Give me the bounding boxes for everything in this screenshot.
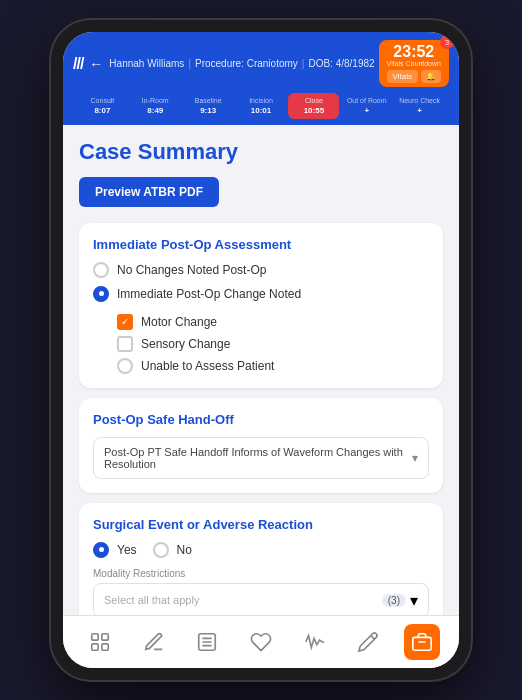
immediate-assessment-card: Immediate Post-Op Assessment No Changes … — [79, 223, 443, 388]
no-changes-radio[interactable] — [93, 262, 109, 278]
neurocheck-label: Neuro Check — [396, 97, 443, 105]
nav-heart[interactable] — [243, 624, 279, 660]
bell-icon[interactable]: 🔔 — [421, 70, 441, 83]
bottom-nav — [63, 615, 459, 668]
patient-name: Hannah Williams — [109, 58, 184, 69]
incision-time: 10:01 — [238, 106, 285, 115]
nav-pen[interactable] — [350, 624, 386, 660]
inroom-label: In-Room — [132, 97, 179, 105]
header: /// ← Hannah Williams | Procedure: Crani… — [63, 32, 459, 125]
no-option[interactable]: No — [153, 542, 192, 558]
adverse-title: Surgical Event or Adverse Reaction — [93, 517, 429, 532]
timeline-consult[interactable]: Consult 8:07 — [77, 93, 128, 118]
motor-change-option[interactable]: ✓ Motor Change — [117, 314, 429, 330]
adverse-card: Surgical Event or Adverse Reaction Yes N… — [79, 503, 443, 615]
page-title: Case Summary — [79, 139, 443, 165]
immediate-assessment-title: Immediate Post-Op Assessment — [93, 237, 429, 252]
inroom-time: 8:49 — [132, 106, 179, 115]
main-content: Case Summary Preview ATBR PDF Immediate … — [63, 125, 459, 615]
nav-wave[interactable] — [297, 624, 333, 660]
neurocheck-time: + — [396, 106, 443, 115]
consult-time: 8:07 — [79, 106, 126, 115]
no-label: No — [177, 543, 192, 557]
sub-options-group: ✓ Motor Change Sensory Change Unable to … — [117, 314, 429, 374]
header-left: /// ← Hannah Williams | Procedure: Crani… — [73, 55, 375, 73]
timeline-incision[interactable]: Incision 10:01 — [236, 93, 287, 118]
nav-grid[interactable] — [82, 624, 118, 660]
svg-rect-0 — [92, 634, 98, 640]
incision-label: Incision — [238, 97, 285, 105]
yes-radio[interactable] — [93, 542, 109, 558]
badge-count: (3) — [382, 594, 406, 607]
timeline-inroom[interactable]: In-Room 8:49 — [130, 93, 181, 118]
baseline-label: Baseline — [185, 97, 232, 105]
unable-assess-label: Unable to Assess Patient — [141, 359, 274, 373]
nav-list[interactable] — [189, 624, 225, 660]
outofroom-label: Out of Room — [343, 97, 390, 105]
nav-briefcase[interactable] — [404, 624, 440, 660]
select-placeholder: Select all that apply — [104, 594, 199, 606]
countdown-time: 23:52 — [387, 44, 441, 60]
back-arrow-icon[interactable]: ← — [89, 56, 103, 72]
svg-rect-3 — [102, 644, 108, 650]
immediate-change-option[interactable]: Immediate Post-Op Change Noted — [93, 286, 429, 302]
yes-label: Yes — [117, 543, 137, 557]
select-badge: (3) ▾ — [382, 591, 418, 610]
dropdown-arrow-icon: ▾ — [412, 451, 418, 465]
handoff-dropdown-value: Post-Op PT Safe Handoff Informs of Wavef… — [104, 446, 412, 470]
handoff-card: Post-Op Safe Hand-Off Post-Op PT Safe Ha… — [79, 398, 443, 493]
preview-atbr-button[interactable]: Preview ATBR PDF — [79, 177, 219, 207]
svg-rect-1 — [102, 634, 108, 640]
assessment-radio-group: No Changes Noted Post-Op Immediate Post-… — [93, 262, 429, 374]
timeline: Consult 8:07 In-Room 8:49 Baseline 9:13 … — [73, 93, 449, 124]
vitals-countdown[interactable]: 3 23:52 Vitals Countdown Vitals 🔔 — [379, 40, 449, 87]
close-time: 10:55 — [290, 106, 337, 115]
timeline-neurocheck[interactable]: Neuro Check + — [394, 93, 445, 118]
close-label: Close — [290, 97, 337, 105]
timeline-close[interactable]: Close 10:55 — [288, 93, 339, 118]
motor-change-label: Motor Change — [141, 315, 217, 329]
patient-info: Hannah Williams | Procedure: Craniotomy … — [109, 58, 374, 69]
device: /// ← Hannah Williams | Procedure: Crani… — [51, 20, 471, 680]
unable-assess-option[interactable]: Unable to Assess Patient — [117, 358, 429, 374]
timeline-baseline[interactable]: Baseline 9:13 — [183, 93, 234, 118]
handoff-dropdown[interactable]: Post-Op PT Safe Handoff Informs of Wavef… — [93, 437, 429, 479]
svg-rect-2 — [92, 644, 98, 650]
countdown-label: Vitals Countdown — [387, 60, 441, 68]
vitals-badge: 3 — [440, 35, 454, 49]
immediate-change-label: Immediate Post-Op Change Noted — [117, 287, 301, 301]
sensory-change-label: Sensory Change — [141, 337, 230, 351]
no-radio[interactable] — [153, 542, 169, 558]
vitals-button[interactable]: Vitals — [387, 70, 418, 83]
yes-no-group: Yes No — [93, 542, 429, 558]
modality-select[interactable]: Select all that apply (3) ▾ — [93, 583, 429, 615]
procedure-label: Procedure: Craniotomy — [195, 58, 298, 69]
svg-rect-8 — [413, 637, 431, 650]
screen: /// ← Hannah Williams | Procedure: Crani… — [63, 32, 459, 668]
unable-assess-radio[interactable] — [117, 358, 133, 374]
dob-label: DOB: 4/8/1982 — [308, 58, 374, 69]
sensory-change-option[interactable]: Sensory Change — [117, 336, 429, 352]
no-changes-option[interactable]: No Changes Noted Post-Op — [93, 262, 429, 278]
app-logo: /// — [73, 55, 83, 73]
motor-change-checkbox[interactable]: ✓ — [117, 314, 133, 330]
sensory-change-checkbox[interactable] — [117, 336, 133, 352]
handoff-title: Post-Op Safe Hand-Off — [93, 412, 429, 427]
yes-option[interactable]: Yes — [93, 542, 137, 558]
immediate-change-radio[interactable] — [93, 286, 109, 302]
timeline-outofroom[interactable]: Out of Room + — [341, 93, 392, 118]
no-changes-label: No Changes Noted Post-Op — [117, 263, 266, 277]
consult-label: Consult — [79, 97, 126, 105]
outofroom-time: + — [343, 106, 390, 115]
select-arrow-icon: ▾ — [410, 591, 418, 610]
baseline-time: 9:13 — [185, 106, 232, 115]
nav-edit[interactable] — [136, 624, 172, 660]
modality-label: Modality Restrictions — [93, 568, 429, 579]
